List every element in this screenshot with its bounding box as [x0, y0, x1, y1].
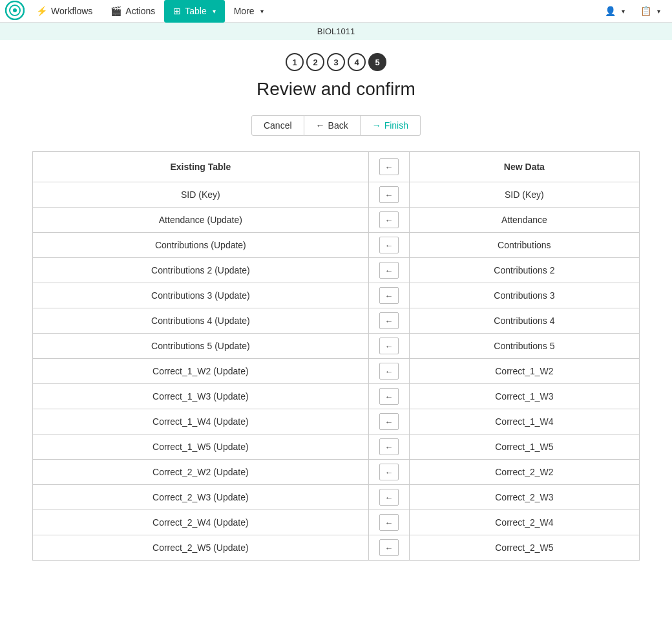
table-dropdown-arrow: ▾ [213, 8, 216, 15]
page-title: Review and confirm [32, 79, 640, 100]
existing-column-cell: Contributions 2 (Update) [33, 258, 369, 283]
new-data-column-cell: Correct_2_W2 [409, 460, 639, 485]
finish-button[interactable]: → Finish [361, 115, 421, 136]
arrow-cell: ← [368, 435, 409, 460]
mapping-table: Existing Table ← New Data SID (Key)←SID … [32, 151, 640, 561]
back-label: Back [328, 120, 348, 131]
settings-menu[interactable]: 📋 ▾ [634, 0, 667, 23]
existing-column-cell: Correct_1_W2 (Update) [33, 359, 369, 384]
new-data-column-cell: Correct_1_W5 [409, 435, 639, 460]
row-arrow-button[interactable]: ← [379, 438, 399, 455]
new-data-column-cell: Correct_2_W5 [409, 535, 639, 561]
existing-column-cell: Correct_2_W2 (Update) [33, 460, 369, 485]
cancel-button[interactable]: Cancel [251, 115, 304, 136]
user-icon: 👤 [605, 6, 616, 16]
existing-column-cell: Correct_1_W4 (Update) [33, 409, 369, 435]
existing-column-cell: Contributions (Update) [33, 233, 369, 258]
row-arrow-button[interactable]: ← [379, 464, 399, 480]
nav-workflows-label: Workflows [51, 6, 92, 16]
course-code: BIOL1011 [317, 27, 355, 36]
finish-arrow-icon: → [372, 120, 381, 131]
new-data-column-cell: Correct_1_W3 [409, 384, 639, 409]
main-content: 1 2 3 4 5 Review and confirm Cancel ← Ba… [19, 40, 653, 586]
new-data-column-cell: SID (Key) [409, 182, 639, 208]
row-arrow-button[interactable]: ← [379, 413, 399, 430]
nav-more[interactable]: More ▾ [225, 0, 273, 23]
nav-workflows[interactable]: ⚡ Workflows [27, 0, 101, 23]
row-arrow-button[interactable]: ← [379, 287, 399, 304]
table-row: Correct_1_W3 (Update)←Correct_1_W3 [33, 384, 640, 409]
header-new: New Data [409, 152, 639, 182]
new-data-column-cell: Contributions 5 [409, 334, 639, 359]
row-arrow-button[interactable]: ← [379, 262, 399, 279]
svg-point-2 [13, 8, 17, 12]
row-arrow-button[interactable]: ← [379, 186, 399, 203]
step-3: 3 [327, 53, 345, 71]
existing-column-cell: Correct_1_W5 (Update) [33, 435, 369, 460]
table-row: Contributions (Update)←Contributions [33, 233, 640, 258]
row-arrow-button[interactable]: ← [379, 388, 399, 405]
table-row: Correct_2_W4 (Update)←Correct_2_W4 [33, 510, 640, 535]
arrow-cell: ← [368, 384, 409, 409]
row-arrow-button[interactable]: ← [379, 514, 399, 531]
arrow-cell: ← [368, 510, 409, 535]
workflows-icon: ⚡ [36, 6, 47, 16]
new-data-column-cell: Attendance [409, 208, 639, 233]
action-bar: Cancel ← Back → Finish [32, 115, 640, 136]
table-row: SID (Key)←SID (Key) [33, 182, 640, 208]
table-icon: ⊞ [173, 6, 181, 16]
table-row: Attendance (Update)←Attendance [33, 208, 640, 233]
step-2: 2 [306, 53, 324, 71]
nav-table-label: Table [185, 6, 206, 16]
arrow-cell: ← [368, 182, 409, 208]
header-arrow-button[interactable]: ← [379, 158, 399, 175]
row-arrow-button[interactable]: ← [379, 539, 399, 556]
existing-column-cell: Attendance (Update) [33, 208, 369, 233]
arrow-cell: ← [368, 233, 409, 258]
row-arrow-button[interactable]: ← [379, 237, 399, 253]
existing-column-cell: Contributions 5 (Update) [33, 334, 369, 359]
new-data-column-cell: Contributions 2 [409, 258, 639, 283]
table-row: Contributions 3 (Update)←Contributions 3 [33, 283, 640, 308]
arrow-cell: ← [368, 485, 409, 510]
arrow-cell: ← [368, 308, 409, 334]
nav-actions[interactable]: 🎬 Actions [101, 0, 164, 23]
existing-column-cell: Contributions 4 (Update) [33, 308, 369, 334]
existing-column-cell: SID (Key) [33, 182, 369, 208]
more-dropdown-arrow: ▾ [260, 8, 264, 15]
arrow-cell: ← [368, 359, 409, 384]
navbar: ⚡ Workflows 🎬 Actions ⊞ Table ▾ More ▾ 👤… [0, 0, 672, 23]
row-arrow-button[interactable]: ← [379, 363, 399, 380]
new-data-column-cell: Correct_1_W2 [409, 359, 639, 384]
arrow-cell: ← [368, 535, 409, 561]
table-row: Contributions 2 (Update)←Contributions 2 [33, 258, 640, 283]
header-arrow: ← [368, 152, 409, 182]
finish-label: Finish [384, 120, 408, 131]
header-existing: Existing Table [33, 152, 369, 182]
row-arrow-button[interactable]: ← [379, 338, 399, 354]
table-header-row: Existing Table ← New Data [33, 152, 640, 182]
new-data-column-cell: Contributions 4 [409, 308, 639, 334]
existing-column-cell: Correct_2_W3 (Update) [33, 485, 369, 510]
new-data-column-cell: Correct_2_W3 [409, 485, 639, 510]
step-5: 5 [368, 53, 386, 71]
existing-column-cell: Correct_2_W4 (Update) [33, 510, 369, 535]
row-arrow-button[interactable]: ← [379, 211, 399, 228]
table-row: Correct_2_W2 (Update)←Correct_2_W2 [33, 460, 640, 485]
table-row: Correct_2_W3 (Update)←Correct_2_W3 [33, 485, 640, 510]
app-logo [5, 1, 25, 22]
settings-icon: 📋 [640, 6, 651, 16]
step-indicators: 1 2 3 4 5 [32, 53, 640, 71]
arrow-cell: ← [368, 460, 409, 485]
row-arrow-button[interactable]: ← [379, 489, 399, 506]
arrow-cell: ← [368, 409, 409, 435]
row-arrow-button[interactable]: ← [379, 312, 399, 329]
back-button[interactable]: ← Back [304, 115, 361, 136]
new-data-column-cell: Correct_1_W4 [409, 409, 639, 435]
nav-table[interactable]: ⊞ Table ▾ [164, 0, 224, 23]
arrow-cell: ← [368, 208, 409, 233]
nav-actions-label: Actions [125, 6, 155, 16]
table-row: Contributions 4 (Update)←Contributions 4 [33, 308, 640, 334]
user-menu[interactable]: 👤 ▾ [598, 0, 631, 23]
settings-dropdown-arrow: ▾ [657, 8, 660, 15]
